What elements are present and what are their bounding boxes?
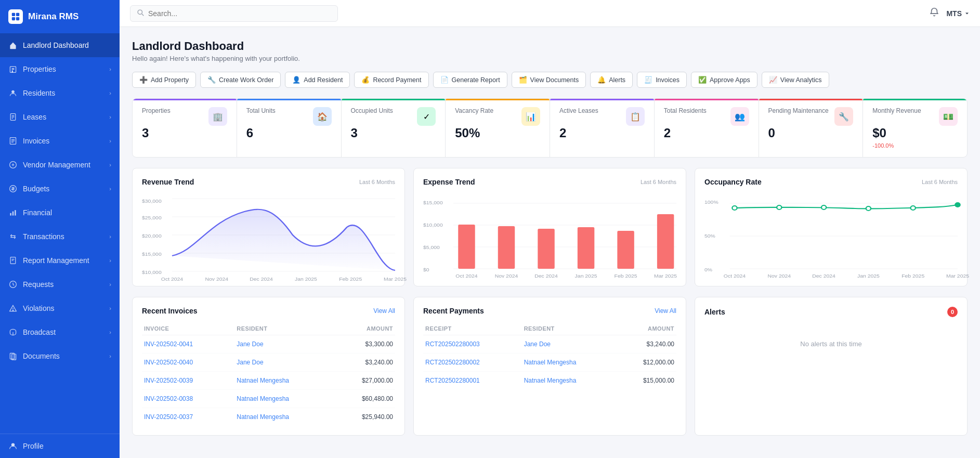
chevron-right-icon: › (109, 353, 111, 359)
sidebar-item-requests[interactable]: Requests › (0, 272, 120, 296)
sidebar-item-financial[interactable]: Financial (0, 201, 120, 225)
svg-rect-60 (538, 229, 554, 269)
metric-card-3: Vacancy Rate 📊 50% (446, 99, 550, 157)
chevron-right-icon: › (109, 305, 111, 311)
invoices-icon: 🧾 (644, 76, 652, 84)
payments-view-all[interactable]: View All (655, 307, 676, 315)
search-container[interactable] (130, 5, 338, 22)
building-icon (8, 64, 18, 74)
alerts-button[interactable]: 🔔Alerts (590, 72, 633, 88)
svg-text:Mar 2025: Mar 2025 (946, 273, 969, 279)
sidebar-item-label: Invoices (23, 137, 49, 145)
sidebar-item-properties[interactable]: Properties › (0, 57, 120, 81)
bottom-row: Recent Invoices View All INVOICE RESIDEN… (132, 297, 968, 448)
record-payment-icon: 💰 (361, 76, 370, 84)
chevron-right-icon: › (109, 114, 111, 120)
metric-border (550, 99, 654, 100)
metric-icon: 💵 (939, 107, 958, 126)
invoice-resident: Natnael Mengesha (234, 372, 333, 390)
report-icon (8, 256, 18, 265)
sidebar-item-leases[interactable]: Leases › (0, 105, 120, 129)
app-name: Mirana RMS (28, 11, 79, 22)
metric-card-2: Occupied Units ✓ 3 (342, 99, 446, 157)
recent-payments-card: Recent Payments View All RECEIPT RESIDEN… (413, 297, 686, 436)
person-icon (8, 88, 18, 98)
user-initials: MTS (946, 9, 962, 18)
page-header: Landlord Dashboard Hello again! Here's w… (132, 40, 968, 62)
invoices-view-all[interactable]: View All (373, 307, 395, 315)
requests-icon (8, 280, 18, 289)
svg-text:Oct 2024: Oct 2024 (455, 273, 478, 279)
payments-col-resident: RESIDENT (522, 322, 617, 335)
user-badge[interactable]: MTS (946, 9, 970, 18)
alerts-card: Alerts 0 No alerts at this time (695, 297, 968, 436)
revenue-chart-period: Last 6 Months (359, 179, 395, 185)
expense-trend-card: Expense Trend Last 6 Months $0 $5,000 $1… (413, 168, 686, 286)
expense-chart-period: Last 6 Months (641, 179, 676, 185)
sidebar-item-violations[interactable]: Violations › (0, 296, 120, 320)
svg-line-33 (142, 14, 144, 16)
sidebar-item-landlord-dashboard[interactable]: Landlord Dashboard (0, 33, 120, 57)
metric-border (446, 99, 550, 100)
sidebar-item-label: Transactions (23, 232, 64, 241)
svg-text:100%: 100% (704, 200, 718, 205)
sidebar-item-broadcast[interactable]: Broadcast › (0, 320, 120, 344)
metric-value: 0 (768, 126, 854, 140)
topbar-right: MTS (930, 7, 970, 19)
create-work-order-icon: 🔧 (207, 76, 216, 84)
sidebar-item-invoices[interactable]: Invoices › (0, 129, 120, 153)
expense-chart-area: $0 $5,000 $10,000 $15,000 (423, 193, 676, 277)
sidebar: Mirana RMS Landlord Dashboard Properties… (0, 0, 120, 458)
profile-label: Profile (23, 442, 44, 450)
generate-report-button[interactable]: 📄Generate Report (433, 72, 507, 88)
svg-text:Mar 2025: Mar 2025 (384, 277, 407, 282)
metric-icon: 📊 (521, 107, 540, 126)
sidebar-item-residents[interactable]: Residents › (0, 81, 120, 105)
sidebar-item-vendor-management[interactable]: Vendor Management › (0, 153, 120, 177)
approve-apps-button[interactable]: ✅Approve Apps (691, 72, 757, 88)
metric-border (342, 99, 446, 100)
svg-point-32 (138, 10, 142, 14)
view-analytics-button[interactable]: 📈View Analytics (762, 72, 829, 88)
svg-rect-6 (13, 68, 14, 69)
record-payment-button[interactable]: 💰Record Payment (354, 72, 428, 88)
svg-text:Feb 2025: Feb 2025 (615, 273, 637, 279)
notification-button[interactable] (930, 7, 939, 19)
metric-label: Monthly Revenue (872, 107, 921, 114)
svg-text:Oct 2024: Oct 2024 (161, 277, 184, 282)
action-buttons-row: ➕Add Property🔧Create Work Order👤Add Resi… (132, 72, 968, 88)
chevron-right-icon: › (109, 162, 111, 168)
metric-icon: ✓ (417, 107, 436, 126)
sidebar-item-label: Violations (23, 304, 54, 312)
add-resident-button[interactable]: 👤Add Resident (285, 72, 350, 88)
invoice-number: INV-202502-0041 (142, 335, 234, 354)
svg-text:$15,000: $15,000 (423, 200, 443, 205)
svg-text:Dec 2024: Dec 2024 (534, 273, 558, 279)
user-dropdown-icon (964, 9, 970, 18)
sidebar-item-report-management[interactable]: Report Management › (0, 248, 120, 272)
recent-invoices-card: Recent Invoices View All INVOICE RESIDEN… (132, 297, 405, 436)
create-work-order-button[interactable]: 🔧Create Work Order (200, 72, 281, 88)
generate-report-icon: 📄 (440, 76, 449, 84)
svg-rect-0 (12, 13, 15, 16)
sidebar-item-label: Financial (23, 208, 52, 217)
profile-item[interactable]: Profile (0, 434, 120, 458)
search-input[interactable] (148, 9, 331, 18)
create-work-order-label: Create Work Order (219, 76, 273, 84)
view-documents-button[interactable]: 🗂️View Documents (512, 72, 586, 88)
svg-point-8 (11, 90, 15, 94)
content-area: Landlord Dashboard Hello again! Here's w… (120, 27, 980, 458)
profile-icon (8, 441, 18, 451)
svg-rect-30 (12, 354, 16, 360)
svg-rect-3 (16, 17, 19, 20)
sidebar-item-documents[interactable]: Documents › (0, 344, 120, 368)
invoices-table-title: Recent Invoices (142, 307, 198, 315)
sidebar-item-budgets[interactable]: Budgets › (0, 177, 120, 201)
invoice-amount: $3,240.00 (333, 354, 395, 372)
sidebar-item-transactions[interactable]: Transactions › (0, 225, 120, 248)
metric-icon: 📋 (626, 107, 645, 126)
view-analytics-label: View Analytics (780, 76, 822, 84)
invoices-button[interactable]: 🧾Invoices (637, 72, 687, 88)
svg-text:Dec 2024: Dec 2024 (250, 277, 273, 282)
add-property-button[interactable]: ➕Add Property (132, 72, 196, 88)
